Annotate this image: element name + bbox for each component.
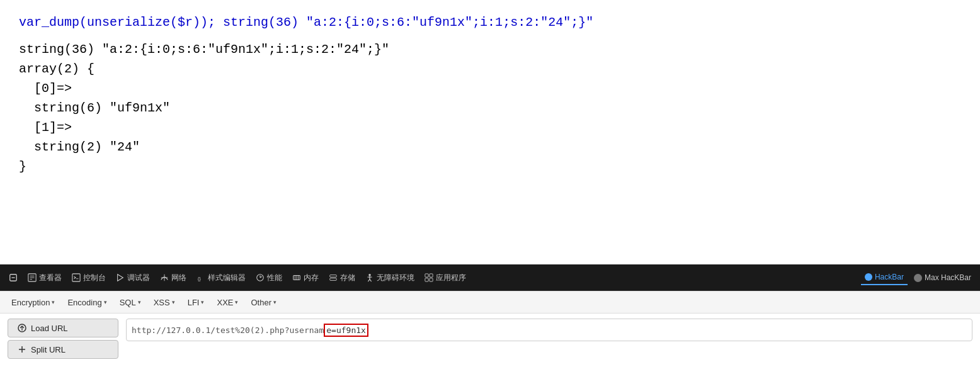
lfi-label: LFI xyxy=(188,298,200,307)
lfi-menu[interactable]: LFI ▾ xyxy=(183,296,210,309)
hackbar-bottom: Load URL Split URL http://127.0.0.1/test… xyxy=(0,314,980,379)
svg-rect-24 xyxy=(425,274,428,277)
maxhackbar-tab[interactable]: Max HacKBar xyxy=(910,271,975,285)
code-line-8: } xyxy=(19,157,961,176)
code-output: var_dump(unserialize($r)); string(36) "a… xyxy=(0,0,980,264)
other-arrow: ▾ xyxy=(273,299,276,305)
xss-arrow: ▾ xyxy=(172,299,175,305)
hackbar-label: HackBar xyxy=(875,273,904,281)
svg-rect-27 xyxy=(430,278,433,281)
maxhackbar-label: Max HacKBar xyxy=(925,273,971,282)
accessibility-label: 无障碍环境 xyxy=(377,273,414,283)
encoding-menu[interactable]: Encoding ▾ xyxy=(62,296,111,309)
sql-arrow: ▾ xyxy=(138,299,141,305)
other-label: Other xyxy=(251,298,271,307)
svg-rect-25 xyxy=(430,274,433,277)
inspector-btn[interactable]: 查看器 xyxy=(24,270,66,286)
encryption-menu[interactable]: Encryption ▾ xyxy=(6,296,60,309)
load-url-icon xyxy=(17,323,27,333)
inspector-label: 查看器 xyxy=(39,273,62,283)
console-label: 控制台 xyxy=(83,273,106,283)
code-line-6: [1]=> xyxy=(19,118,961,137)
devtools-icon-btn[interactable] xyxy=(5,271,21,285)
sql-menu[interactable]: SQL ▾ xyxy=(115,296,146,309)
code-line-3: array(2) { xyxy=(19,59,961,79)
split-url-icon xyxy=(17,344,27,354)
lfi-arrow: ▾ xyxy=(201,299,204,305)
svg-rect-18 xyxy=(330,278,337,281)
memory-btn[interactable]: 内存 xyxy=(288,270,322,286)
svg-rect-26 xyxy=(425,278,428,281)
svg-point-19 xyxy=(368,274,371,276)
encryption-label: Encryption xyxy=(11,298,50,307)
console-btn[interactable]: 控制台 xyxy=(68,270,110,286)
performance-btn[interactable]: 性能 xyxy=(252,270,286,286)
encoding-arrow: ▾ xyxy=(104,299,107,305)
url-text-highlight: e=uf9n1x xyxy=(324,324,368,337)
xxe-menu[interactable]: XXE ▾ xyxy=(212,296,243,309)
xss-menu[interactable]: XSS ▾ xyxy=(149,296,180,309)
xxe-arrow: ▾ xyxy=(235,299,238,305)
storage-label: 存储 xyxy=(340,273,355,283)
encoding-label: Encoding xyxy=(67,298,101,307)
hackbar-icon xyxy=(865,273,872,281)
code-line-4: [0]=> xyxy=(19,79,961,98)
load-url-button[interactable]: Load URL xyxy=(8,319,118,337)
svg-rect-17 xyxy=(330,275,337,278)
svg-line-22 xyxy=(368,280,370,282)
debugger-label: 调试器 xyxy=(127,273,150,283)
xxe-label: XXE xyxy=(217,298,233,307)
devtools-bar: 查看器 控制台 调试器 网络 {} 样式编辑器 性能 内存 存储 无障碍环境 应… xyxy=(0,264,980,291)
app-registry-btn[interactable]: 应用程序 xyxy=(421,270,470,286)
url-field-container: http://127.0.0.1/test%20(2).php?username… xyxy=(126,314,980,379)
url-text-before: http://127.0.0.1/test%20(2).php?usernam xyxy=(127,325,324,335)
load-url-label: Load URL xyxy=(31,324,68,333)
encryption-arrow: ▾ xyxy=(52,299,55,305)
code-line-5: string(6) "uf9n1x" xyxy=(19,98,961,118)
debugger-btn[interactable]: 调试器 xyxy=(112,270,154,286)
svg-line-23 xyxy=(370,280,372,282)
svg-marker-8 xyxy=(118,274,123,281)
action-buttons: Load URL Split URL xyxy=(0,314,126,379)
accessibility-btn[interactable]: 无障碍环境 xyxy=(362,270,418,286)
code-line-2: string(36) "a:2:{i:0;s:6:"uf9n1x";i:1;s:… xyxy=(19,42,389,57)
code-line-1: var_dump(unserialize($r)); string(36) "a… xyxy=(19,13,961,32)
svg-text:{}: {} xyxy=(198,276,202,281)
storage-btn[interactable]: 存储 xyxy=(325,270,359,286)
split-url-label: Split URL xyxy=(31,345,66,354)
hackbar-tab[interactable]: HackBar xyxy=(861,270,908,285)
network-btn[interactable]: 网络 xyxy=(156,270,190,286)
maxhackbar-icon xyxy=(914,274,922,282)
style-editor-label: 样式编辑器 xyxy=(208,273,246,283)
other-menu[interactable]: Other ▾ xyxy=(246,296,282,309)
code-line-7: string(2) "24" xyxy=(19,137,961,157)
split-url-button[interactable]: Split URL xyxy=(8,340,118,359)
sql-label: SQL xyxy=(120,298,136,307)
app-registry-label: 应用程序 xyxy=(436,273,466,283)
xss-label: XSS xyxy=(154,298,170,307)
hackbar-toolbar: Encryption ▾ Encoding ▾ SQL ▾ XSS ▾ LFI … xyxy=(0,291,980,314)
url-field-outer: http://127.0.0.1/test%20(2).php?username… xyxy=(126,319,972,341)
performance-label: 性能 xyxy=(267,273,282,283)
network-label: 网络 xyxy=(171,273,186,283)
style-editor-btn[interactable]: {} 样式编辑器 xyxy=(193,270,249,286)
memory-label: 内存 xyxy=(304,273,319,283)
